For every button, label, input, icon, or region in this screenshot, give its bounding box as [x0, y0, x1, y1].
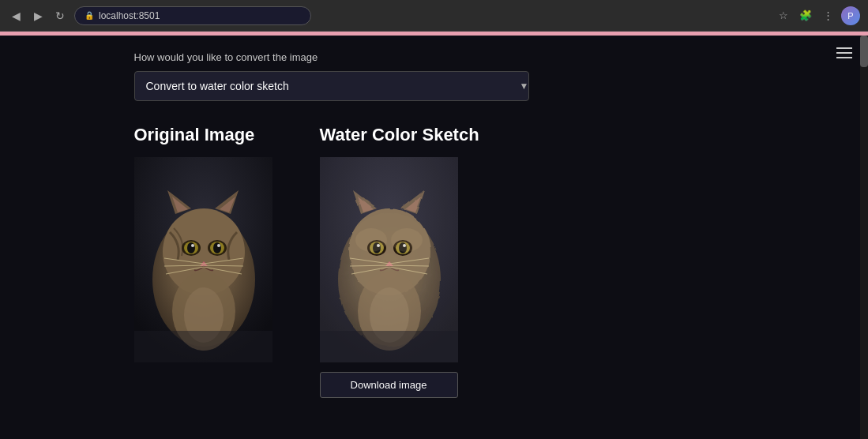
- dropdown-container: Convert to water color sketch Convert to…: [134, 71, 735, 101]
- svg-point-12: [187, 242, 195, 253]
- menu-dots-icon[interactable]: ⋮: [819, 7, 836, 24]
- original-image-title: Original Image: [134, 125, 255, 145]
- lock-icon: 🔒: [85, 11, 94, 20]
- forward-button[interactable]: ▶: [30, 8, 46, 24]
- download-image-button[interactable]: Download image: [320, 372, 458, 398]
- question-label: How would you like to convert the image: [134, 51, 735, 63]
- refresh-button[interactable]: ↻: [52, 8, 68, 24]
- watercolor-cat-image: [320, 157, 458, 362]
- scrollbar[interactable]: [860, 36, 868, 439]
- url-text: localhost:8501: [99, 10, 160, 21]
- profile-icon[interactable]: P: [841, 6, 860, 25]
- hamburger-menu[interactable]: [836, 47, 852, 58]
- bookmark-icon[interactable]: ☆: [775, 7, 792, 24]
- watercolor-image-column: Water Color Sketch: [320, 125, 479, 398]
- images-section: Original Image: [134, 125, 735, 398]
- watercolor-image-title: Water Color Sketch: [320, 125, 479, 145]
- address-bar[interactable]: 🔒 localhost:8501: [74, 6, 311, 25]
- menu-line-2: [836, 52, 852, 54]
- svg-point-13: [213, 242, 221, 253]
- svg-point-53: [391, 228, 423, 252]
- toolbar-icons: ☆ 🧩 ⋮ P: [775, 6, 860, 25]
- extensions-icon[interactable]: 🧩: [797, 7, 814, 24]
- svg-point-14: [191, 244, 194, 247]
- svg-rect-25: [134, 331, 272, 362]
- svg-point-52: [355, 228, 387, 252]
- browser-chrome: ◀ ▶ ↻ 🔒 localhost:8501 ☆ 🧩 ⋮ P: [0, 0, 868, 32]
- svg-rect-51: [320, 331, 458, 362]
- main-container: How would you like to convert the image …: [118, 51, 750, 398]
- original-cat-image: [134, 157, 272, 362]
- menu-line-1: [836, 47, 852, 49]
- original-image-column: Original Image: [134, 125, 272, 362]
- scrollbar-thumb[interactable]: [860, 36, 868, 67]
- svg-point-15: [217, 244, 220, 247]
- conversion-dropdown[interactable]: Convert to water color sketch Convert to…: [134, 71, 529, 101]
- back-button[interactable]: ◀: [8, 8, 24, 24]
- page-content: How would you like to convert the image …: [0, 36, 868, 414]
- menu-line-3: [836, 57, 852, 58]
